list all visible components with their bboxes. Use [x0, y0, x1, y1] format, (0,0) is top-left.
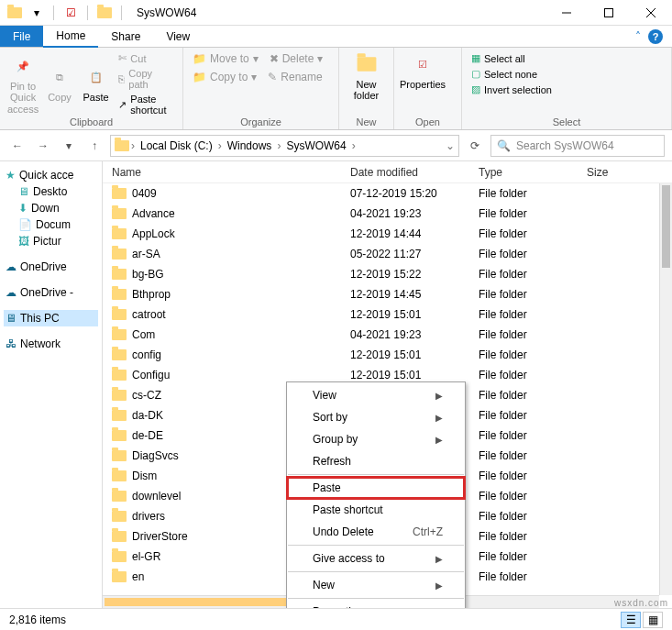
cut-button[interactable]: ✄Cut	[116, 51, 175, 65]
nav-network[interactable]: 🖧Network	[4, 336, 98, 352]
folder-icon	[112, 269, 127, 280]
paste-button[interactable]: 📋 Paste	[81, 51, 112, 116]
pin-to-quick-access-button[interactable]: 📌 Pin to Quick access	[7, 51, 39, 116]
table-row[interactable]: catroot12-2019 15:01File folder	[103, 304, 672, 325]
folder-icon	[112, 309, 127, 320]
nav-this-pc[interactable]: 🖥This PC	[4, 310, 98, 326]
title-bar: ▾ ☑ SysWOW64	[0, 0, 672, 26]
qat-dropdown[interactable]: ▾	[28, 4, 46, 22]
copy-path-icon: ⎘	[118, 73, 125, 84]
col-type[interactable]: Type	[479, 166, 587, 179]
copy-to-button[interactable]: 📁 Copy to ▾	[191, 70, 259, 84]
refresh-button[interactable]: ⟳	[465, 136, 485, 156]
minimize-button[interactable]	[545, 0, 588, 26]
folder-icon	[112, 329, 127, 340]
select-none-button[interactable]: ▢Select none	[469, 67, 664, 81]
ctx-properties[interactable]: Properties	[287, 601, 465, 608]
select-none-icon: ▢	[471, 68, 480, 80]
nav-back-button[interactable]: ←	[7, 136, 28, 156]
folder-icon	[112, 470, 127, 481]
ribbon: 📌 Pin to Quick access ⧉ Copy 📋 Paste ✄Cu…	[0, 48, 672, 130]
vertical-scrollbar[interactable]	[659, 183, 672, 595]
col-date[interactable]: Date modified	[350, 166, 479, 179]
paste-shortcut-button[interactable]: ↗Paste shortcut	[116, 93, 175, 116]
nav-onedrive-2[interactable]: ☁OneDrive -	[4, 284, 98, 301]
ctx-refresh[interactable]: Refresh	[287, 450, 465, 472]
folder-sub-icon	[95, 4, 114, 22]
tab-share[interactable]: Share	[98, 26, 153, 47]
nav-forward-button[interactable]: →	[33, 136, 53, 156]
maximize-button[interactable]	[588, 0, 630, 26]
ribbon-tabs: File Home Share View ˄ ?	[0, 26, 672, 48]
table-row[interactable]: bg-BG12-2019 15:22File folder	[103, 264, 672, 284]
crumb-windows[interactable]: Windows	[224, 139, 276, 152]
group-label-clipboard: Clipboard	[7, 116, 175, 127]
svg-rect-1	[605, 8, 613, 17]
context-menu: View▶ Sort by▶ Group by▶ Refresh Paste P…	[286, 381, 466, 608]
column-headers[interactable]: Name Date modified Type Size	[103, 161, 672, 183]
table-row[interactable]: AppLock12-2019 14:44File folder	[103, 224, 672, 244]
nav-desktop[interactable]: 🖥Deskto	[4, 183, 98, 200]
help-icon[interactable]: ?	[648, 29, 663, 44]
nav-documents[interactable]: 📄Docum	[4, 216, 98, 233]
tab-view[interactable]: View	[153, 26, 203, 47]
ctx-paste[interactable]: Paste	[287, 477, 465, 499]
nav-quick-access[interactable]: ★Quick acce	[4, 167, 98, 183]
ctx-paste-shortcut[interactable]: Paste shortcut	[287, 499, 465, 521]
properties-button[interactable]: ☑ Properties	[402, 51, 444, 90]
group-label-new: New	[347, 116, 386, 127]
copy-icon: ⧉	[47, 64, 72, 90]
ctx-view[interactable]: View▶	[287, 384, 465, 406]
file-list: Name Date modified Type Size 040907-12-2…	[103, 161, 672, 608]
group-label-select: Select	[469, 116, 664, 127]
view-icons-button[interactable]: ▦	[643, 612, 663, 628]
addr-dropdown-icon[interactable]: ⌄	[446, 139, 455, 152]
ctx-new[interactable]: New▶	[287, 574, 465, 596]
rename-button[interactable]: ✎ Rename	[266, 70, 324, 84]
shortcut-icon: ↗	[118, 99, 127, 111]
invert-selection-button[interactable]: ▨Invert selection	[469, 83, 664, 96]
table-row[interactable]: ar-SA05-2022 11:27File folder	[103, 244, 672, 264]
ctx-group-by[interactable]: Group by▶	[287, 428, 465, 450]
ctx-undo-delete[interactable]: Undo DeleteCtrl+Z	[287, 521, 465, 543]
close-button[interactable]	[630, 0, 672, 26]
nav-pictures[interactable]: 🖼Pictur	[4, 233, 98, 249]
copy-button[interactable]: ⧉ Copy	[44, 51, 75, 116]
paste-icon: 📋	[83, 64, 109, 90]
new-folder-button[interactable]: New folder	[347, 51, 386, 101]
qat-check-icon[interactable]: ☑	[61, 4, 80, 22]
ribbon-collapse-icon[interactable]: ˄	[635, 30, 641, 43]
main-area: ★Quick acce 🖥Deskto ⬇Down 📄Docum 🖼Pictur…	[0, 161, 672, 608]
copy-path-button[interactable]: ⎘Copy path	[116, 67, 175, 91]
col-name[interactable]: Name	[112, 166, 350, 179]
folder-icon	[112, 430, 127, 441]
crumb-drive[interactable]: Local Disk (C:)	[137, 139, 216, 152]
address-path[interactable]: › Local Disk (C:)› Windows› SysWOW64› ⌄	[110, 135, 459, 157]
crumb-syswow64[interactable]: SysWOW64	[282, 139, 349, 152]
col-size[interactable]: Size	[587, 166, 642, 179]
move-to-button[interactable]: 📁 Move to ▾	[191, 51, 260, 66]
watermark: wsxdn.com	[614, 598, 668, 608]
tab-file[interactable]: File	[0, 26, 43, 47]
table-row[interactable]: Advance04-2021 19:23File folder	[103, 204, 672, 224]
search-input[interactable]: 🔍 Search SysWOW64	[490, 135, 665, 157]
nav-up-button[interactable]: ↑	[84, 136, 105, 156]
window-title: SysWOW64	[131, 6, 196, 19]
folder-icon	[112, 410, 127, 421]
group-label-organize: Organize	[191, 116, 331, 127]
group-label-open: Open	[402, 116, 454, 127]
select-all-button[interactable]: ▦Select all	[469, 51, 664, 65]
folder-icon	[112, 370, 127, 381]
ctx-give-access[interactable]: Give access to▶	[287, 547, 465, 569]
tab-home[interactable]: Home	[43, 26, 98, 48]
delete-button[interactable]: ✖ Delete ▾	[268, 51, 325, 66]
nav-downloads[interactable]: ⬇Down	[4, 200, 98, 216]
table-row[interactable]: 040907-12-2019 15:20File folder	[103, 183, 672, 204]
view-details-button[interactable]: ☰	[621, 612, 641, 628]
table-row[interactable]: Bthprop12-2019 14:45File folder	[103, 284, 672, 304]
nav-onedrive[interactable]: ☁OneDrive	[4, 259, 98, 275]
table-row[interactable]: Com04-2021 19:23File folder	[103, 325, 672, 345]
table-row[interactable]: config12-2019 15:01File folder	[103, 345, 672, 365]
ctx-sort-by[interactable]: Sort by▶	[287, 406, 465, 428]
nav-recent-button[interactable]: ▾	[59, 136, 79, 156]
